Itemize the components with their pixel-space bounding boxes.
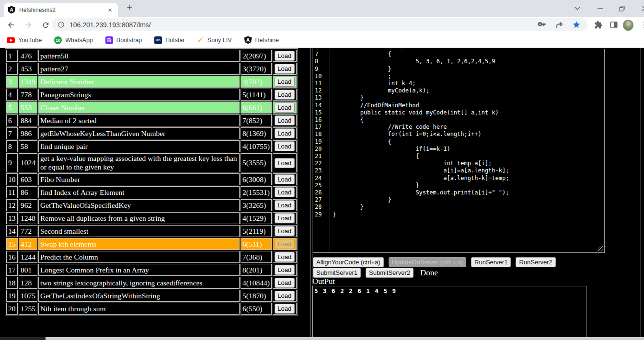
browser-tab[interactable]: A Hefshinesms2 × bbox=[4, 3, 118, 17]
load-button[interactable]: Load bbox=[275, 174, 295, 184]
code-area[interactable]: int[] a { 5, 3, 6, 1, 2,6,2,4,5,9 } ; in… bbox=[330, 49, 604, 253]
load-button[interactable]: Load bbox=[275, 213, 295, 223]
problem-row[interactable]: 4778PanagramStrings5(1141)Load bbox=[6, 89, 297, 101]
menu-kebab-icon[interactable] bbox=[639, 20, 644, 30]
problem-load-cell: Load bbox=[273, 199, 297, 211]
problem-row[interactable]: 131248Remove all duplicates from a given… bbox=[6, 212, 297, 224]
vertical-scrollbar[interactable] bbox=[640, 48, 641, 337]
minimize-button[interactable] bbox=[593, 0, 607, 17]
run-server2-button[interactable]: RunServer2 bbox=[516, 257, 555, 267]
code-line: myCode(a,k); bbox=[333, 87, 604, 94]
problem-row[interactable]: 1476pattern502(2097)Load bbox=[6, 50, 297, 62]
bookmark-whatsapp[interactable]: 10 WhatsApp bbox=[54, 36, 93, 44]
load-button[interactable]: Load bbox=[275, 128, 295, 138]
problem-row[interactable]: 7986getEleWhoseKeyLessThanGiven Number8(… bbox=[6, 127, 297, 139]
load-button[interactable]: Load bbox=[275, 252, 295, 262]
site-info-icon[interactable] bbox=[58, 21, 65, 28]
code-editor[interactable]: 6789101112131415161718192021222324252627… bbox=[313, 49, 605, 253]
problem-load-cell: Load bbox=[273, 76, 297, 88]
share-icon[interactable] bbox=[555, 21, 564, 29]
problem-row[interactable]: 5553Closet Number6(661)Load bbox=[6, 102, 297, 113]
load-button[interactable]: Load bbox=[275, 77, 295, 87]
load-button[interactable]: Load bbox=[275, 265, 295, 275]
submit-server1-button[interactable]: SubmitServer1 bbox=[313, 268, 361, 278]
load-button[interactable]: Load bbox=[275, 115, 295, 125]
reload-icon[interactable] bbox=[40, 20, 51, 30]
problem-id: 1349 bbox=[19, 76, 37, 88]
tab-close-icon[interactable]: × bbox=[106, 6, 114, 13]
problem-row[interactable]: 10603Fibo Number6(3008)Load bbox=[6, 173, 297, 185]
align-code-button[interactable]: AllignYourCode (ctrl+a) bbox=[313, 257, 384, 267]
problem-row[interactable]: 17801Longest Common Prefix in an Array8(… bbox=[6, 264, 297, 276]
bookmark-label: Hefshine bbox=[255, 37, 279, 44]
bookmark-hefshine[interactable]: A Hefshine bbox=[244, 36, 279, 44]
update-on-server-button[interactable]: UpdateOnServer (ctrl + s) bbox=[389, 257, 466, 267]
bookmark-label: WhatsApp bbox=[65, 37, 93, 44]
problem-id: 86 bbox=[19, 186, 37, 198]
load-button[interactable]: Load bbox=[275, 291, 295, 301]
code-line: ; bbox=[333, 73, 604, 80]
load-button[interactable]: Load bbox=[275, 158, 295, 168]
load-button[interactable]: Load bbox=[275, 278, 295, 288]
bookmark-bootstrap[interactable]: B Bootstrap bbox=[105, 36, 142, 44]
new-tab-button[interactable]: + bbox=[124, 2, 135, 13]
load-button[interactable]: Load bbox=[275, 187, 295, 197]
problem-row[interactable]: 191075GetTheLastIndexOfaStringWithinStri… bbox=[6, 290, 297, 302]
restore-button[interactable] bbox=[615, 0, 629, 17]
browser-window: A Hefshinesms2 × + bbox=[0, 0, 644, 340]
side-panel-icon[interactable] bbox=[609, 20, 619, 30]
bookmark-sonyliv[interactable]: ✓ Sony LIV bbox=[197, 36, 232, 44]
code-line: int temp=a[i]; bbox=[333, 160, 604, 167]
load-button[interactable]: Load bbox=[275, 51, 295, 61]
bookmark-youtube[interactable]: YouTube bbox=[7, 37, 42, 44]
problem-row[interactable]: 12962GetTheValueOfaSpecifiedKey3(3265)Lo… bbox=[6, 199, 297, 211]
problem-id: 1024 bbox=[19, 153, 37, 172]
horizontal-scrollbar[interactable] bbox=[0, 337, 644, 340]
problem-sno: 3 bbox=[6, 76, 18, 88]
load-button[interactable]: Load bbox=[275, 102, 295, 113]
load-button[interactable]: Load bbox=[275, 90, 295, 100]
url-text[interactable]: 106.201.239.193:8087/lms/ bbox=[69, 21, 538, 29]
problem-title: GetTheLastIndexOfaStringWithinString bbox=[38, 290, 240, 302]
close-window-button[interactable] bbox=[637, 0, 644, 17]
forward-icon[interactable] bbox=[23, 20, 34, 30]
problem-row[interactable]: 161244Predict the Column7(368)Load bbox=[6, 251, 297, 263]
output-box[interactable]: 5 3 6 2 2 6 1 4 5 9 bbox=[312, 286, 587, 340]
done-label: Done bbox=[420, 268, 438, 278]
problem-sno: 4 bbox=[6, 89, 18, 101]
problem-row[interactable]: 14772Second smallest5(2119)Load bbox=[6, 225, 297, 237]
extensions-puzzle-icon[interactable] bbox=[593, 20, 604, 30]
problem-stat: 4(702) bbox=[241, 76, 272, 88]
load-button[interactable]: Load bbox=[275, 226, 295, 236]
problem-row[interactable]: 6884Median of 2 sorted7(852)Load bbox=[6, 114, 297, 126]
problem-row[interactable]: 91024get a key-value mapping associated … bbox=[6, 153, 297, 172]
load-button[interactable]: Load bbox=[275, 239, 295, 249]
back-icon[interactable] bbox=[6, 20, 16, 30]
problem-row[interactable]: 1186find Index of Array Element2(15531)L… bbox=[6, 186, 297, 198]
load-button[interactable]: Load bbox=[275, 141, 295, 151]
problem-row[interactable]: 31349Deficient Number4(702)Load bbox=[6, 76, 297, 88]
problem-stat: 2(15531) bbox=[241, 186, 272, 198]
tab-search-chevron-icon[interactable] bbox=[570, 0, 585, 17]
scrollbar-thumb[interactable] bbox=[46, 337, 644, 340]
bookmark-hotstar[interactable]: əh Hotstar bbox=[154, 36, 184, 44]
bookmarks-bar: YouTube 10 WhatsApp B Bootstrap əh Hotst… bbox=[0, 33, 644, 48]
code-line: { bbox=[333, 153, 604, 160]
load-button[interactable]: Load bbox=[275, 304, 295, 314]
problem-id: 772 bbox=[19, 225, 37, 237]
profile-avatar[interactable] bbox=[623, 20, 633, 30]
run-server1-button[interactable]: RunServer1 bbox=[471, 257, 511, 267]
submit-server2-button[interactable]: SubmitServer2 bbox=[366, 268, 414, 278]
problem-id: 1075 bbox=[19, 290, 37, 302]
password-key-icon[interactable] bbox=[538, 21, 546, 29]
bookmark-star-icon[interactable] bbox=[572, 21, 581, 29]
problem-row[interactable]: 18128two strings lexicographically, igno… bbox=[6, 277, 297, 289]
problem-row[interactable]: 201255Nth item through sum6(550)Load bbox=[6, 303, 297, 315]
problem-row[interactable]: 15412Swap kth elements6(511)Load bbox=[6, 238, 297, 250]
problem-row[interactable]: 2453pattern273(3720)Load bbox=[6, 63, 297, 75]
load-button[interactable]: Load bbox=[275, 200, 295, 210]
url-bar[interactable]: 106.201.239.193:8087/lms/ bbox=[52, 18, 587, 31]
load-button[interactable]: Load bbox=[275, 64, 295, 74]
code-line: for(int i=0;i<a.length;i++) bbox=[333, 131, 604, 138]
problem-row[interactable]: 858find unique pair4(10755)Load bbox=[6, 140, 297, 152]
